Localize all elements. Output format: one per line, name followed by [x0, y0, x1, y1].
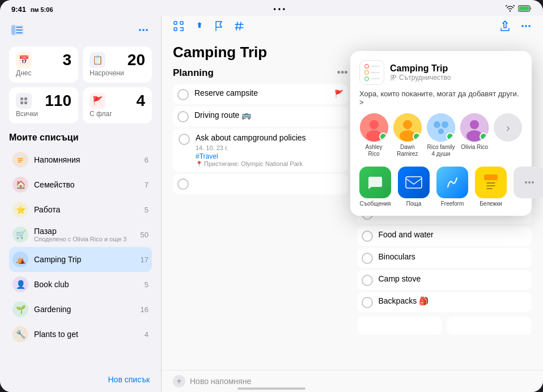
policy-item[interactable]: Ask about campground policies 14. 10. 23…: [173, 129, 348, 172]
flagged-icon: 🚩: [90, 93, 105, 109]
camping-label: Camping Trip: [34, 255, 135, 264]
planning-column: Planning ••• Reserve campsite 🚩 Driving …: [173, 67, 348, 364]
more-apps-icon: [514, 167, 543, 198]
list-item[interactable]: Driving route 🚌: [173, 106, 348, 126]
check-circle-empty[interactable]: [177, 178, 189, 190]
status-bar: 9:41 пм 5:06 •••: [0, 0, 543, 16]
sidebar-item-bookclub[interactable]: 👤 Book club 5: [9, 272, 152, 297]
svg-point-43: [434, 121, 440, 128]
ipad-frame: 9:41 пм 5:06 •••: [0, 0, 543, 392]
stat-all[interactable]: 110 Всички: [9, 87, 78, 123]
svg-line-23: [236, 22, 237, 30]
market-label: Пазар: [34, 227, 135, 236]
sidebar-item-family[interactable]: 🏠 Семейство 7: [9, 172, 152, 197]
stat-today[interactable]: 📅 3 Днес: [9, 46, 78, 83]
popup-list-name: Camping Trip: [390, 63, 523, 74]
work-icon: ⭐: [12, 202, 28, 218]
wifi-icon: [506, 5, 515, 14]
add-reminder-row[interactable]: + Ново напомняне: [162, 370, 543, 392]
share-direction-button[interactable]: [194, 21, 205, 34]
hashtag-button[interactable]: [234, 21, 244, 34]
binoculars-text: Binoculars: [379, 252, 528, 261]
sidebar-item-market[interactable]: 🛒 Пазар Споделено с Olivia Rico и още 3 …: [9, 222, 152, 247]
toolbar-right: [500, 20, 532, 35]
new-list-button[interactable]: Нов списък: [106, 373, 152, 386]
status-center: •••: [273, 5, 285, 13]
app-mail[interactable]: Поща: [398, 167, 430, 207]
work-count: 5: [145, 206, 149, 214]
food-text: Food and water: [379, 230, 528, 239]
gardening-icon: 🌱: [12, 301, 28, 317]
sidebar-toggle-button[interactable]: [9, 22, 26, 39]
avatar-rico-family[interactable]: Rico family4 души: [426, 113, 455, 157]
svg-rect-1: [519, 6, 529, 10]
check-circle-reserve[interactable]: [177, 89, 189, 100]
flagged-label: С флаг: [90, 110, 145, 118]
empty-input-right: [447, 317, 532, 335]
mail-label: Поща: [406, 201, 422, 207]
list-item[interactable]: Camp stove: [357, 270, 532, 290]
sidebar-item-gardening[interactable]: 🌱 Gardening 16: [9, 297, 152, 322]
planning-title: Planning: [173, 67, 214, 79]
policy-date: 14. 10. 23 г.: [196, 144, 306, 151]
list-item[interactable]: Backpacks 🎒: [357, 292, 532, 312]
app-notes[interactable]: Бележки: [475, 167, 507, 207]
home-indicator: [237, 387, 306, 390]
export-button[interactable]: [500, 20, 510, 35]
scan-button[interactable]: [173, 20, 184, 35]
sidebar-item-plants[interactable]: 🔧 Plants to get 4: [9, 322, 152, 347]
mail-icon: [398, 167, 430, 198]
empty-input-left: [357, 317, 442, 335]
sidebar-item-reminders[interactable]: Напомняния 6: [9, 147, 152, 172]
apps-row: Съобщения Поща Freeform: [359, 167, 523, 207]
add-plus-icon: +: [173, 375, 185, 387]
avatar-dawn[interactable]: Dawn Ramirez: [393, 113, 422, 157]
svg-rect-13: [24, 101, 27, 104]
check-circle-binoculars[interactable]: [362, 253, 373, 264]
svg-point-8: [142, 29, 145, 31]
app-freeform[interactable]: Freeform: [436, 167, 468, 207]
content-toolbar: [162, 16, 543, 39]
avatar-ashley[interactable]: Ashley Rico: [359, 113, 388, 157]
more-button[interactable]: [520, 20, 532, 35]
reminders-icon: [12, 152, 28, 168]
list-item[interactable]: Food and water: [357, 226, 532, 246]
list-item-empty[interactable]: [173, 174, 348, 194]
list-item[interactable]: Binoculars: [357, 248, 532, 268]
svg-rect-19: [174, 28, 177, 31]
flagged-count: 4: [136, 93, 145, 109]
check-circle-stove[interactable]: [362, 275, 373, 286]
policy-text: Ask about campground policies: [196, 133, 306, 142]
work-label: Работа: [34, 205, 139, 214]
popup-title-area: Camping Trip Сътрудничество: [390, 63, 523, 82]
sidebar: 📅 3 Днес 📋 20 Насрочени: [0, 16, 162, 392]
check-circle-backpacks[interactable]: [362, 297, 373, 308]
stove-text: Camp stove: [379, 274, 528, 283]
svg-point-44: [442, 121, 448, 128]
planning-more-button[interactable]: •••: [337, 67, 348, 79]
check-circle-food[interactable]: [362, 231, 373, 242]
avatar-olivia[interactable]: Olivia Rico: [460, 113, 489, 157]
sharing-popup: Camping Trip Сътрудничество Хора, които …: [350, 51, 532, 216]
svg-rect-3: [11, 25, 15, 35]
svg-point-55: [525, 181, 527, 184]
more-apps[interactable]: [514, 167, 543, 207]
camping-count: 17: [141, 255, 149, 264]
check-circle-policy[interactable]: [179, 134, 190, 145]
sidebar-item-camping[interactable]: ⛺ Camping Trip 17: [9, 247, 152, 272]
list-item[interactable]: Reserve campsite 🚩: [173, 84, 348, 104]
popup-list-icon: [359, 60, 384, 85]
check-circle-driving[interactable]: [177, 111, 189, 122]
camping-icon: ⛺: [12, 252, 28, 267]
sidebar-item-work[interactable]: ⭐ Работа 5: [9, 197, 152, 222]
gardening-label: Gardening: [34, 305, 135, 314]
my-lists-title: Моите списъци: [9, 133, 152, 143]
flag-button[interactable]: [215, 21, 224, 34]
stats-grid: 📅 3 Днес 📋 20 Насрочени: [9, 46, 152, 123]
app-messages[interactable]: Съобщения: [359, 167, 391, 207]
avatar-more[interactable]: ›: [494, 113, 523, 157]
stat-scheduled[interactable]: 📋 20 Насрочени: [83, 46, 152, 83]
stat-flagged[interactable]: 🚩 4 С флаг: [83, 87, 152, 123]
sidebar-more-button[interactable]: [135, 22, 152, 39]
plants-count: 4: [145, 330, 149, 339]
